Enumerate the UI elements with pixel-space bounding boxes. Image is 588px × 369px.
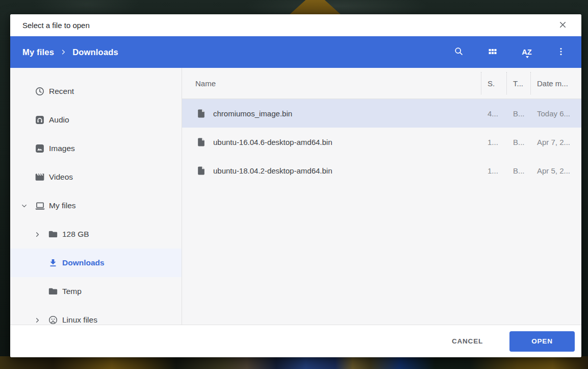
sidebar-item-audio[interactable]: Audio: [10, 106, 182, 134]
chevron-right-icon[interactable]: [34, 316, 48, 324]
search-button[interactable]: [446, 40, 471, 64]
videos-icon: [35, 172, 49, 182]
file-open-dialog: Select a file to open My files Downloads: [10, 14, 581, 357]
file-size: 1...: [481, 138, 506, 146]
chevron-down-icon[interactable]: [20, 202, 35, 210]
wallpaper-gold-shape: [289, 0, 342, 15]
open-button[interactable]: OPEN: [509, 331, 575, 352]
sidebar-item-label: Images: [49, 144, 75, 153]
sidebar-item-label: Downloads: [62, 258, 105, 267]
sort-arrow-icon: [526, 56, 529, 58]
file-type: B...: [506, 138, 530, 146]
folder-icon: [48, 286, 62, 297]
sidebar-item-recent[interactable]: Recent: [10, 77, 182, 106]
file-icon: [196, 109, 206, 118]
file-rows: chromiumos_image.bin4...B...Today 6...ub…: [182, 99, 581, 325]
sidebar-item-label: Linux files: [62, 315, 97, 325]
sidebar-item-linux-files[interactable]: Linux files: [10, 306, 182, 325]
dialog-titlebar: Select a file to open: [10, 14, 581, 36]
sidebar-item-label: Audio: [49, 115, 69, 125]
sort-az-icon: AZ: [522, 48, 531, 56]
column-header-date-modified[interactable]: Date m...: [530, 68, 581, 99]
column-header-size[interactable]: S.: [481, 68, 506, 99]
sidebar-item-my-files[interactable]: My files: [10, 191, 182, 220]
breadcrumb-chevron-icon: [60, 48, 67, 56]
dialog-title: Select a file to open: [22, 21, 555, 30]
clock-icon: [35, 86, 49, 96]
toolbar: AZ: [446, 40, 573, 64]
breadcrumb-my-files[interactable]: My files: [22, 47, 54, 57]
breadcrumb: My files Downloads: [22, 47, 446, 57]
sidebar-item-temp[interactable]: Temp: [10, 277, 182, 306]
penguin-icon: [48, 315, 62, 325]
file-row-chromiumos-image-bin[interactable]: chromiumos_image.bin4...B...Today 6...: [182, 99, 581, 128]
sidebar-item-label: 128 GB: [62, 230, 89, 239]
file-icon: [196, 166, 206, 176]
three-dot-menu-icon: [556, 46, 566, 58]
laptop-icon: [35, 201, 49, 211]
sidebar-item-128-gb[interactable]: 128 GB: [10, 220, 182, 249]
file-name: ubuntu-18.04.2-desktop-amd64.bin: [206, 166, 481, 175]
breadcrumb-downloads[interactable]: Downloads: [72, 47, 118, 57]
file-type: B...: [506, 109, 530, 118]
sidebar: RecentAudioImagesVideosMy files128 GBDow…: [10, 68, 182, 325]
file-date-modified: Apr 5, 2...: [530, 166, 581, 175]
sidebar-item-images[interactable]: Images: [10, 134, 182, 163]
download-icon: [48, 258, 62, 268]
audio-icon: [35, 115, 49, 125]
file-icon: [196, 137, 206, 147]
sort-button[interactable]: AZ: [515, 40, 539, 64]
file-list-header: Name S. T... Date m...: [182, 68, 581, 99]
close-button[interactable]: [555, 18, 570, 33]
search-icon: [453, 46, 464, 58]
sidebar-item-label: Temp: [62, 287, 82, 296]
grid-view-button[interactable]: [480, 40, 505, 64]
sidebar-item-label: Recent: [49, 87, 74, 96]
wallpaper-bottom-strip: [0, 356, 588, 369]
file-name: chromiumos_image.bin: [206, 109, 481, 118]
file-date-modified: Apr 7, 2...: [530, 138, 581, 146]
file-list: Name S. T... Date m... chromiumos_image.…: [182, 68, 581, 325]
file-date-modified: Today 6...: [530, 109, 581, 118]
grid-view-icon: [488, 46, 498, 58]
column-header-name[interactable]: Name: [182, 79, 481, 88]
file-type: B...: [506, 166, 530, 175]
more-menu-button[interactable]: [549, 40, 573, 64]
chevron-right-icon[interactable]: [34, 231, 48, 238]
file-size: 4...: [481, 109, 506, 118]
images-icon: [35, 143, 49, 154]
dialog-footer: CANCEL OPEN: [10, 325, 581, 357]
sidebar-item-label: Videos: [49, 173, 73, 182]
file-size: 1...: [481, 166, 506, 175]
app-header-bar: My files Downloads AZ: [10, 36, 581, 68]
column-header-type[interactable]: T...: [506, 68, 530, 99]
dialog-body: RecentAudioImagesVideosMy files128 GBDow…: [10, 68, 581, 325]
sidebar-item-videos[interactable]: Videos: [10, 163, 182, 191]
sidebar-item-label: My files: [49, 201, 76, 210]
folder-icon: [48, 229, 62, 239]
cancel-button[interactable]: CANCEL: [444, 332, 491, 350]
file-name: ubuntu-16.04.6-desktop-amd64.bin: [206, 138, 481, 146]
file-row-ubuntu-16-04-6-desktop-amd64-bin[interactable]: ubuntu-16.04.6-desktop-amd64.bin1...B...…: [182, 128, 581, 156]
sidebar-item-downloads[interactable]: Downloads: [10, 249, 182, 277]
close-icon: [558, 20, 568, 31]
file-row-ubuntu-18-04-2-desktop-amd64-bin[interactable]: ubuntu-18.04.2-desktop-amd64.bin1...B...…: [182, 156, 581, 185]
